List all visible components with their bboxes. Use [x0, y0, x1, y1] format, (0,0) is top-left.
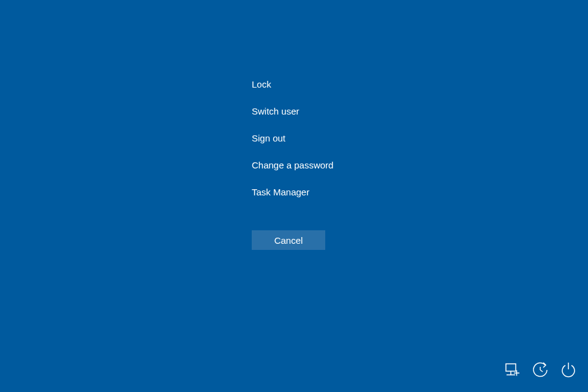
option-change-password[interactable]: Change a password [252, 159, 333, 172]
svg-rect-0 [506, 364, 516, 371]
security-options-list: Lock Switch user Sign out Change a passw… [252, 78, 333, 213]
option-switch-user[interactable]: Switch user [252, 105, 333, 118]
option-sign-out[interactable]: Sign out [252, 132, 333, 145]
network-icon[interactable] [503, 361, 521, 381]
svg-line-6 [540, 370, 543, 372]
bottom-icon-bar [503, 361, 577, 381]
power-icon[interactable] [560, 361, 577, 381]
option-task-manager[interactable]: Task Manager [252, 186, 333, 198]
cancel-button[interactable]: Cancel [252, 230, 325, 250]
ease-of-access-icon[interactable] [532, 361, 549, 381]
option-lock[interactable]: Lock [252, 78, 333, 91]
